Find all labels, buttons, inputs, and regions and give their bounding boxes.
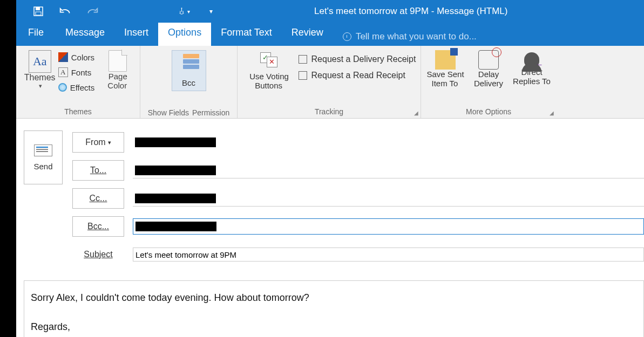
bcc-button[interactable]: Bcc <box>172 50 206 91</box>
voting-icon: ✓✕ <box>258 50 281 72</box>
group-label-show-fields: Show Fields <box>148 108 189 117</box>
effects-icon <box>58 83 67 92</box>
body-line: Regards, <box>31 320 637 334</box>
direct-replies-icon: ← <box>524 52 539 67</box>
colors-icon <box>58 52 68 62</box>
read-receipt-label: Request a Read Receipt <box>311 71 405 80</box>
page-color-button[interactable]: Page Color <box>102 50 133 90</box>
delay-delivery-icon <box>478 50 499 70</box>
group-tracking: ✓✕ Use Voting Buttons Request a Delivery… <box>238 46 421 118</box>
save-sent-label: Save Sent Item To <box>425 70 466 88</box>
read-receipt-checkbox[interactable]: Request a Read Receipt <box>299 71 416 80</box>
cc-button[interactable]: Cc... <box>72 188 124 209</box>
svg-point-3 <box>181 8 182 9</box>
save-icon[interactable] <box>32 5 44 17</box>
group-themes: Aa Themes ▾ Colors AFonts Effects Page C… <box>16 46 140 118</box>
bcc-label: Bcc <box>182 78 195 87</box>
quick-access-toolbar: ▾ ▾ <box>32 5 217 17</box>
to-field[interactable]: user1@example.com <box>133 162 644 178</box>
voting-label: Use Voting Buttons <box>242 72 296 90</box>
colors-label: Colors <box>71 53 94 62</box>
to-button[interactable]: To... <box>72 160 124 181</box>
subject-label: Subject <box>72 244 124 265</box>
group-label-permission: Permission <box>192 108 229 117</box>
bcc-field[interactable]: user3@example.com <box>133 218 644 235</box>
dialog-launcher-icon[interactable]: ◢ <box>414 110 418 116</box>
message-body[interactable]: Sorry Alex, I couldn't come today evenin… <box>24 280 644 337</box>
fonts-icon: A <box>58 67 68 77</box>
from-button[interactable]: From ▾ <box>72 132 124 153</box>
checkbox-icon <box>299 55 307 64</box>
body-line: Hanna. <box>31 334 637 337</box>
tell-me-placeholder: Tell me what you want to do... <box>356 31 477 42</box>
redo-icon[interactable] <box>86 5 98 17</box>
ribbon: Aa Themes ▾ Colors AFonts Effects Page C… <box>16 46 644 119</box>
title-bar: ▾ ▾ Let's meet tomorrow at 9PM - Message… <box>16 0 644 23</box>
save-sent-icon <box>435 50 456 70</box>
delivery-receipt-label: Request a Delivery Receipt <box>311 54 416 64</box>
colors-button[interactable]: Colors <box>58 50 99 64</box>
customize-qat-icon[interactable]: ▾ <box>205 5 217 17</box>
svg-rect-1 <box>36 7 40 10</box>
delivery-receipt-checkbox[interactable]: Request a Delivery Receipt <box>299 54 416 64</box>
delay-delivery-label: Delay Delivery <box>468 70 509 88</box>
fonts-label: Fonts <box>71 68 92 77</box>
direct-replies-button[interactable]: ← Direct Replies To <box>511 50 552 86</box>
send-button[interactable]: Send <box>24 130 63 184</box>
page-color-label: Page Color <box>102 72 133 90</box>
themes-button[interactable]: Aa Themes ▾ <box>23 50 57 90</box>
bcc-icon <box>179 54 199 73</box>
tab-options[interactable]: Options <box>158 23 211 46</box>
group-more-options: Save Sent Item To Delay Delivery ← Direc… <box>421 46 556 118</box>
checkbox-icon <box>299 71 307 80</box>
effects-label: Effects <box>70 83 95 92</box>
voting-buttons[interactable]: ✓✕ Use Voting Buttons <box>242 50 296 90</box>
effects-button[interactable]: Effects <box>58 80 99 94</box>
tab-file[interactable]: File <box>16 23 56 46</box>
delay-delivery-button[interactable]: Delay Delivery <box>468 50 509 88</box>
window-title: Let's meet tomorrow at 9PM - Message (HT… <box>314 6 507 17</box>
themes-label: Themes <box>24 73 56 82</box>
group-label-themes: Themes <box>64 107 92 117</box>
group-show-fields: Bcc Show Fields Permission <box>140 46 238 118</box>
tab-message[interactable]: Message <box>56 23 114 46</box>
svg-rect-2 <box>36 12 41 15</box>
save-sent-item-button[interactable]: Save Sent Item To <box>425 50 466 88</box>
ribbon-tabs: File Message Insert Options Format Text … <box>16 23 644 46</box>
subject-field[interactable] <box>133 247 644 262</box>
body-line: Sorry Alex, I couldn't come today evenin… <box>31 291 637 305</box>
lightbulb-icon <box>343 32 351 41</box>
tab-insert[interactable]: Insert <box>114 23 158 46</box>
tab-review[interactable]: Review <box>282 23 333 46</box>
cc-field[interactable]: user2@example.com <box>133 190 644 207</box>
bcc-field-button[interactable]: Bcc... <box>72 216 124 237</box>
touch-mode-icon[interactable]: ▾ <box>178 5 190 17</box>
tell-me-search[interactable]: Tell me what you want to do... <box>333 23 477 46</box>
dialog-launcher-icon[interactable]: ◢ <box>550 110 554 116</box>
undo-icon[interactable] <box>59 5 71 17</box>
page-color-icon <box>109 50 127 72</box>
tab-format-text[interactable]: Format Text <box>211 23 282 46</box>
group-label-more-options: More Options <box>466 107 511 117</box>
themes-icon: Aa <box>29 50 51 73</box>
send-label: Send <box>33 162 52 171</box>
envelope-icon <box>34 145 52 156</box>
from-field[interactable]: user0@example.com <box>133 134 644 150</box>
fonts-button[interactable]: AFonts <box>58 65 99 79</box>
group-label-tracking: Tracking <box>315 107 343 117</box>
compose-pane: Send From ▾ user0@example.com To... user… <box>16 119 644 337</box>
